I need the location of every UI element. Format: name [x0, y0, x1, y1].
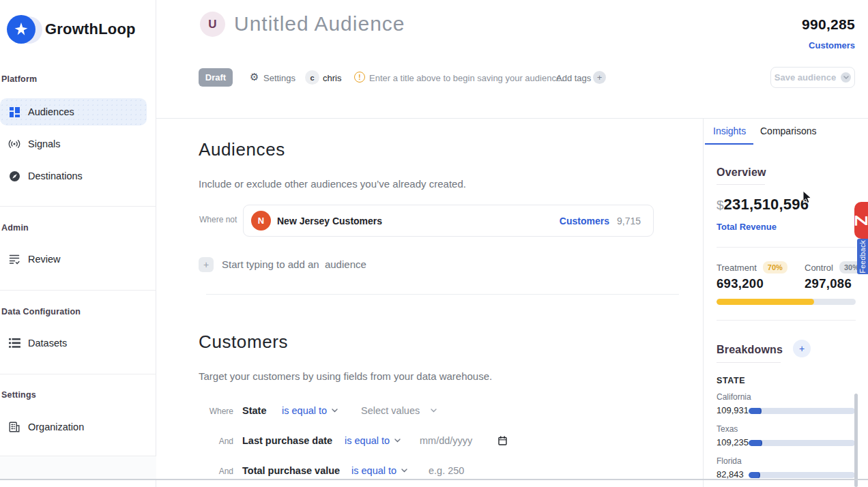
divider — [717, 362, 781, 363]
audiences-subtitle: Include or exclude other audiences you’v… — [199, 178, 466, 190]
customers-subtitle: Target your customers by using fields fr… — [199, 370, 492, 382]
checklist-icon — [8, 253, 20, 265]
breakdown-bar-fill — [749, 472, 760, 478]
filter-operator-dropdown[interactable]: is equal to — [345, 435, 401, 446]
warning-message: Enter a title above to begin saving your… — [369, 73, 564, 83]
z-icon: Z — [854, 216, 868, 226]
feedback-tab[interactable]: Feedback — [857, 239, 868, 274]
add-breakdown-button[interactable]: + — [793, 340, 811, 357]
divider — [0, 374, 156, 374]
audience-card-name: New Jersey Customers — [277, 216, 382, 226]
breakdown-row-label: Florida — [717, 456, 742, 466]
breakdown-row-value: 82,843 — [717, 469, 744, 479]
filter-row: And Last purchase date is equal to mm/dd… — [199, 434, 690, 449]
insights-panel: Insights Comparisons Overview $231,510,5… — [703, 119, 868, 487]
breakdown-row-value: 109,931 — [717, 405, 749, 415]
user-avatar[interactable]: c — [305, 70, 319, 85]
logo-text: GrowthLoop — [45, 20, 136, 38]
breakdown-row-label: Texas — [717, 424, 738, 434]
warning-icon: ! — [354, 72, 365, 83]
mouse-cursor — [802, 190, 813, 205]
breakdown-group-label: STATE — [717, 376, 745, 385]
breakdown-bar-fill — [749, 440, 762, 446]
sidebar-item-label: Organization — [28, 422, 84, 432]
chevron-down-icon — [841, 72, 851, 83]
filter-date-input[interactable]: mm/dd/yyyy — [420, 435, 507, 446]
status-badge: Draft — [199, 68, 233, 87]
section-label-platform: Platform — [1, 74, 37, 84]
sidebar-item-review[interactable]: Review — [0, 246, 147, 273]
scrollbar[interactable] — [854, 394, 858, 487]
sidebar-item-label: Signals — [28, 138, 61, 149]
filter-value-select[interactable]: Select values — [361, 405, 437, 416]
filter-operator-dropdown[interactable]: is equal to — [282, 405, 338, 416]
customers-heading: Customers — [199, 331, 288, 353]
audience-card-avatar: N — [251, 211, 271, 231]
sidebar-item-signals[interactable]: Signals — [0, 130, 147, 158]
filter-conjunction: And — [201, 437, 233, 446]
list-icon — [8, 337, 20, 349]
sidebar-item-label: Datasets — [28, 338, 67, 349]
sidebar-item-datasets[interactable]: Datasets — [0, 329, 147, 357]
breakdown-bar — [749, 408, 855, 414]
filter-operator-dropdown[interactable]: is equal to — [351, 465, 407, 476]
save-audience-button[interactable]: Save audience — [770, 67, 855, 88]
audiences-heading: Audiences — [199, 139, 285, 160]
total-revenue-label[interactable]: Total Revenue — [717, 222, 777, 232]
audience-card-link[interactable]: Customers — [560, 216, 609, 226]
filter-field[interactable]: State — [242, 405, 266, 416]
condition-label[interactable]: Where not — [199, 215, 237, 224]
divider — [0, 206, 156, 207]
sidebar-item-label: Destinations — [28, 171, 83, 181]
sidebar-item-destinations[interactable]: Destinations — [0, 162, 147, 190]
sidebar-item-audiences[interactable]: Audiences — [0, 98, 147, 126]
treatment-value: 693,200 — [717, 276, 764, 291]
chevron-down-icon — [401, 469, 407, 473]
customer-count-label[interactable]: Customers — [809, 40, 855, 50]
control-value: 297,086 — [805, 276, 852, 291]
divider — [717, 184, 765, 185]
grid-icon — [8, 106, 20, 118]
gear-icon[interactable]: ⚙ — [250, 72, 259, 82]
currency-symbol: $ — [717, 198, 724, 212]
page-title[interactable]: Untitled Audience — [234, 12, 405, 35]
filter-row: Where State is equal to Select values — [199, 404, 690, 419]
add-tags-label[interactable]: Add tags — [556, 73, 591, 83]
building-icon — [8, 421, 20, 433]
divider — [206, 294, 679, 295]
divider — [0, 290, 156, 291]
tab-insights[interactable]: Insights — [713, 126, 746, 136]
customer-count: 990,285 — [802, 16, 855, 33]
audience-card[interactable]: N New Jersey Customers Customers 9,715 — [243, 205, 654, 237]
divider — [717, 247, 856, 248]
treatment-bar-fill — [717, 299, 814, 305]
breakdown-row-value: 109,235 — [717, 437, 749, 447]
calendar-icon — [498, 436, 507, 445]
filter-field[interactable]: Total purchase value — [242, 465, 340, 476]
chevron-down-icon — [332, 409, 338, 413]
settings-button[interactable]: Settings — [263, 73, 295, 83]
total-revenue: $231,510,596 — [717, 196, 809, 213]
sidebar-item-label: Audiences — [28, 106, 74, 117]
section-label-settings: Settings — [1, 390, 36, 400]
add-audience-plus-icon[interactable]: + — [199, 257, 214, 272]
sidebar-item-organization[interactable]: Organization — [0, 413, 147, 441]
treatment-label: Treatment — [717, 263, 757, 273]
tab-comparisons[interactable]: Comparisons — [760, 126, 816, 136]
add-audience-input[interactable]: Start typing to add an audience — [222, 259, 366, 270]
logo[interactable]: GrowthLoop — [5, 14, 136, 45]
support-widget-button[interactable]: Z — [854, 202, 868, 239]
compass-icon — [8, 170, 20, 182]
filter-field[interactable]: Last purchase date — [242, 435, 332, 446]
overview-heading: Overview — [717, 166, 766, 179]
treatment-pct-badge: 70% — [763, 261, 787, 274]
divider — [0, 479, 868, 480]
filter-conjunction: Where — [201, 407, 233, 416]
filter-row: And Total purchase value is equal to e.g… — [199, 464, 690, 479]
user-name: chris — [323, 73, 341, 83]
broadcast-icon — [8, 138, 20, 150]
breakdowns-heading: Breakdowns — [717, 344, 783, 356]
add-tag-plus-icon[interactable]: + — [593, 71, 606, 84]
filter-number-input[interactable]: e.g. 250 — [429, 465, 464, 476]
breakdown-row-label: California — [717, 392, 751, 402]
